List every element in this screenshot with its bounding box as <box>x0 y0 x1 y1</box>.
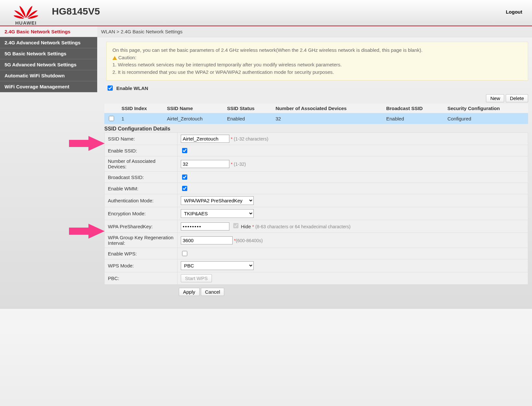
label-pbc: PBC: <box>105 272 178 285</box>
huawei-logo-icon <box>13 4 39 19</box>
info-line1: On this page, you can set the basic para… <box>112 47 522 54</box>
delete-button[interactable]: Delete <box>506 94 528 102</box>
pointer-arrow-icon <box>69 224 105 239</box>
model-title: HG8145V5 <box>52 6 100 17</box>
logout-link[interactable]: Logout <box>506 9 522 15</box>
sidebar-item-5g-advanced-network-settings[interactable]: 5G Advanced Network Settings <box>0 59 97 70</box>
sidebar-item-2-4g-advanced-network-settings[interactable]: 2.4G Advanced Network Settings <box>0 37 97 48</box>
ssid-table-row[interactable]: 1 Airtel_Zerotouch Enabled 32 Enabled Co… <box>104 113 528 124</box>
hide-label: Hide <box>241 224 251 229</box>
enable-wps-checkbox[interactable] <box>182 251 187 256</box>
hint-num-devices: (1-32) <box>234 162 246 167</box>
num-devices-field[interactable] <box>181 160 229 168</box>
th-status: SSID Status <box>224 104 272 113</box>
svg-marker-1 <box>69 224 105 239</box>
label-enable-wps: Enable WPS: <box>105 248 178 259</box>
cancel-button[interactable]: Cancel <box>201 288 225 296</box>
label-enable-ssid: Enable SSID: <box>105 145 178 156</box>
caution-icon <box>112 56 117 60</box>
enc-mode-select[interactable]: TKIP&AES <box>181 209 254 218</box>
label-wps-mode: WPS Mode: <box>105 259 178 272</box>
info-caution: Caution: <box>118 55 136 60</box>
label-broadcast-ssid: Broadcast SSID: <box>105 172 178 183</box>
cell-status: Enabled <box>224 113 272 124</box>
th-broadcast: Broadcast SSID <box>383 104 444 113</box>
row-select-checkbox[interactable] <box>109 116 114 121</box>
info-line2: 1. Wireless network services may be inte… <box>112 61 522 69</box>
auth-mode-select[interactable]: WPA/WPA2 PreSharedKey <box>181 196 254 205</box>
label-psk: WPA PreSharedKey: <box>108 224 153 229</box>
pointer-arrow-icon <box>69 136 105 151</box>
apply-button[interactable]: Apply <box>179 288 200 296</box>
hint-group-key: (600-86400s) <box>236 238 263 243</box>
th-index: SSID Index <box>118 104 164 113</box>
new-button[interactable]: New <box>486 94 504 102</box>
broadcast-ssid-checkbox[interactable] <box>182 175 187 180</box>
hide-psk-checkbox[interactable] <box>233 223 238 228</box>
psk-field[interactable] <box>181 222 229 231</box>
brand-name: HUAWEI <box>13 20 39 26</box>
label-enable-wmm: Enable WMM: <box>105 183 178 194</box>
info-box: On this page, you can set the basic para… <box>106 42 528 81</box>
cell-index: 1 <box>118 113 164 124</box>
ssid-table-header: SSID Index SSID Name SSID Status Number … <box>104 104 528 113</box>
th-num: Number of Associated Devices <box>272 104 383 113</box>
wps-mode-select[interactable]: PBC <box>181 261 254 270</box>
brand-logo: HUAWEI <box>13 4 39 26</box>
group-key-field[interactable] <box>181 236 233 244</box>
label-group-key: WPA Group Key Regeneration Interval: <box>105 233 178 248</box>
section-title: SSID Configuration Details <box>104 126 532 132</box>
sidebar-item-automatic-wifi-shutdown[interactable]: Automatic WiFi Shutdown <box>0 70 97 81</box>
svg-marker-0 <box>69 136 105 151</box>
label-enc-mode: Encryption Mode: <box>105 207 178 220</box>
config-form: SSID Name: * (1-32 characters) Enable SS… <box>104 132 528 285</box>
label-auth-mode: Authentication Mode: <box>105 194 178 207</box>
label-ssid-name: SSID Name: <box>108 136 135 141</box>
sidebar-item-wifi-coverage-management[interactable]: WiFi Coverage Management <box>0 81 97 92</box>
ssid-name-field[interactable] <box>181 135 229 143</box>
header: HUAWEI HG8145V5 Logout <box>0 0 532 26</box>
hint-ssid-name: (1-32 characters) <box>234 136 269 141</box>
th-name: SSID Name <box>164 104 224 113</box>
hint-psk: (8-63 characters or 64 hexadecimal chara… <box>255 224 351 229</box>
enable-wlan-checkbox[interactable] <box>108 85 113 91</box>
sidebar: 2.4G Basic Network Settings2.4G Advanced… <box>0 26 97 302</box>
breadcrumb: WLAN > 2.4G Basic Network Settings <box>97 26 532 37</box>
info-line3: 2. It is recommended that you use the WP… <box>112 69 522 76</box>
content: WLAN > 2.4G Basic Network Settings On th… <box>97 26 532 302</box>
cell-num: 32 <box>272 113 383 124</box>
th-sec: Security Configuration <box>444 104 528 113</box>
enable-wmm-checkbox[interactable] <box>182 186 187 191</box>
cell-sec: Configured <box>444 113 528 124</box>
cell-broadcast: Enabled <box>383 113 444 124</box>
start-wps-button[interactable]: Start WPS <box>181 274 212 282</box>
enable-ssid-checkbox[interactable] <box>182 148 187 153</box>
label-num-devices: Number of Associated Devices: <box>105 156 178 172</box>
enable-wlan-label: Enable WLAN <box>116 85 148 91</box>
cell-name: Airtel_Zerotouch <box>164 113 224 124</box>
sidebar-item-5g-basic-network-settings[interactable]: 5G Basic Network Settings <box>0 48 97 59</box>
ssid-table: SSID Index SSID Name SSID Status Number … <box>104 104 528 124</box>
sidebar-item-2-4g-basic-network-settings[interactable]: 2.4G Basic Network Settings <box>0 26 97 37</box>
